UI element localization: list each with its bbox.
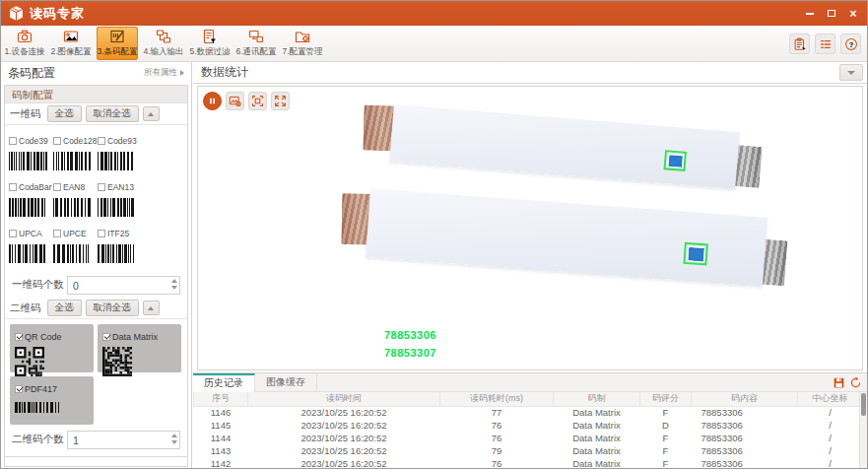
history-tab-2[interactable]: 图像缓存 — [255, 373, 317, 392]
panel-dropdown-button[interactable] — [839, 64, 863, 81]
oned-count-stepper[interactable] — [67, 276, 180, 295]
checkbox-icon[interactable] — [15, 333, 23, 341]
barcode-option-upca[interactable]: UPCA — [9, 224, 53, 263]
barcode-option-itf25[interactable]: ITF25 — [98, 224, 142, 263]
detected-code-highlight — [683, 242, 708, 266]
barcode-option-codabar[interactable]: CodaBar — [9, 177, 53, 217]
toolbar-tab-6[interactable]: 6.通讯配置 — [235, 27, 277, 60]
table-cell: / — [798, 457, 860, 468]
help-button[interactable]: ? — [840, 34, 861, 54]
all-properties-link[interactable]: 所有属性 — [144, 67, 184, 79]
checkbox-icon[interactable] — [9, 183, 17, 191]
barcode-sample-image — [102, 347, 176, 378]
table-cell: / — [798, 444, 860, 457]
barcode-option-pdf417[interactable]: PDF417 — [10, 376, 94, 425]
barcode-option-code128[interactable]: Code128 — [53, 131, 98, 170]
checkbox-icon[interactable] — [98, 230, 105, 237]
chevron-up-icon — [148, 112, 154, 116]
column-header[interactable]: 读码时间 — [248, 392, 440, 406]
table-row[interactable]: 11432023/10/25 16:20:5279Data MatrixF788… — [194, 444, 860, 457]
toolbar-tab-5[interactable]: 5.数据过滤 — [189, 27, 231, 60]
checkbox-icon[interactable] — [102, 333, 110, 341]
twod-select-all-button[interactable]: 全选 — [47, 300, 82, 316]
chevron-down-icon — [847, 71, 855, 75]
panel-title: 数据统计 — [201, 64, 248, 81]
barcode-sample-image — [98, 152, 137, 170]
snapshot-button[interactable] — [226, 92, 244, 110]
barcode-option-ean13[interactable]: EAN13 — [98, 177, 142, 217]
checkbox-icon[interactable] — [53, 183, 61, 191]
table-cell: 2023/10/25 16:20:52 — [248, 444, 440, 457]
checkbox-icon[interactable] — [53, 230, 61, 237]
oned-collapse-button[interactable] — [143, 106, 160, 121]
column-header[interactable]: 读码耗时(ms) — [440, 392, 554, 406]
checkbox-icon[interactable] — [98, 183, 105, 191]
barcode-option-upce[interactable]: UPCE — [53, 224, 98, 263]
twod-collapse-button[interactable] — [143, 301, 160, 315]
twod-deselect-all-button[interactable]: 取消全选 — [86, 300, 139, 316]
image-icon — [63, 29, 79, 44]
table-row[interactable]: 11442023/10/25 16:20:5276Data MatrixF788… — [194, 432, 860, 444]
toolbar-tab-1[interactable]: 1.设备连接 — [4, 27, 45, 60]
maximize-button[interactable] — [826, 8, 837, 20]
spin-up-icon[interactable] — [171, 434, 177, 437]
table-cell: F — [640, 432, 692, 444]
decoded-value: 78853307 — [384, 344, 436, 362]
list-button[interactable] — [815, 34, 835, 54]
close-button[interactable]: × — [847, 8, 859, 20]
table-cell: 76 — [440, 457, 554, 468]
table-row[interactable]: 11452023/10/25 16:20:5276Data MatrixD788… — [194, 419, 860, 432]
report-button[interactable] — [789, 34, 810, 54]
history-section: 历史记录图像缓存 序号读码时间读码耗时(ms)码制码评分码内容中心坐标 1146… — [193, 372, 867, 468]
checkbox-icon[interactable] — [53, 137, 61, 145]
toolbar-tab-4[interactable]: 4.输入输出 — [143, 27, 184, 60]
chevron-up-icon — [148, 306, 154, 310]
oned-deselect-all-button[interactable]: 取消全选 — [86, 105, 139, 122]
table-scrollbar[interactable] — [859, 392, 867, 468]
barcode-option-code93[interactable]: Code93 — [98, 131, 142, 170]
barcode-sample-image — [9, 244, 48, 263]
spin-down-icon[interactable] — [171, 440, 177, 444]
history-tab-1[interactable]: 历史记录 — [193, 373, 255, 392]
column-header[interactable]: 序号 — [194, 392, 248, 406]
table-cell: 1146 — [194, 406, 248, 419]
checkbox-icon[interactable] — [9, 137, 17, 145]
checkbox-icon[interactable] — [15, 385, 23, 393]
oned-count-input[interactable] — [67, 276, 180, 295]
barcode-option-ean8[interactable]: EAN8 — [53, 177, 98, 217]
minimize-button[interactable] — [804, 8, 816, 20]
spin-up-icon[interactable] — [171, 279, 177, 283]
column-header[interactable]: 中心坐标 — [798, 392, 860, 406]
toolbar-tab-3[interactable]: 3.条码配置 — [97, 27, 138, 60]
column-header[interactable]: 码制 — [554, 392, 640, 406]
fit-view-button[interactable] — [248, 92, 267, 110]
checkbox-icon[interactable] — [98, 137, 105, 145]
toolbar-tab-7[interactable]: 7.配置管理 — [282, 27, 323, 60]
checkbox-icon[interactable] — [9, 230, 17, 237]
table-row[interactable]: 11462023/10/25 16:20:5277Data MatrixF788… — [194, 406, 860, 419]
image-viewer[interactable]: 78853306 78853307 — [197, 86, 863, 370]
product-image-1 — [389, 104, 740, 189]
barcode-option-qr-code[interactable]: QR Code — [10, 324, 94, 372]
fullscreen-button[interactable] — [271, 92, 290, 110]
table-cell: 78853306 — [692, 419, 798, 432]
twod-count-stepper[interactable] — [67, 431, 180, 449]
table-cell: F — [640, 457, 692, 468]
save-button[interactable] — [832, 375, 845, 389]
barcode-option-data-matrix[interactable]: Data Matrix — [98, 324, 181, 372]
column-header[interactable]: 码内容 — [692, 392, 798, 406]
spin-down-icon[interactable] — [171, 286, 177, 290]
table-row[interactable]: 11422023/10/25 16:20:5276Data MatrixF788… — [194, 457, 860, 468]
oned-select-all-button[interactable]: 全选 — [47, 105, 82, 122]
section-title: 码制配置 — [5, 86, 187, 103]
report-icon — [793, 37, 807, 51]
pause-button[interactable] — [203, 92, 222, 110]
twod-count-input[interactable] — [67, 431, 180, 449]
config-manage-icon — [295, 29, 310, 44]
column-header[interactable]: 码评分 — [640, 392, 692, 406]
scrollbar-thumb[interactable] — [861, 393, 866, 416]
barcode-option-code39[interactable]: Code39 — [9, 131, 53, 170]
barcode-sample-image — [9, 152, 48, 170]
toolbar-tab-2[interactable]: 2.图像配置 — [50, 27, 92, 60]
refresh-button[interactable] — [848, 375, 862, 389]
